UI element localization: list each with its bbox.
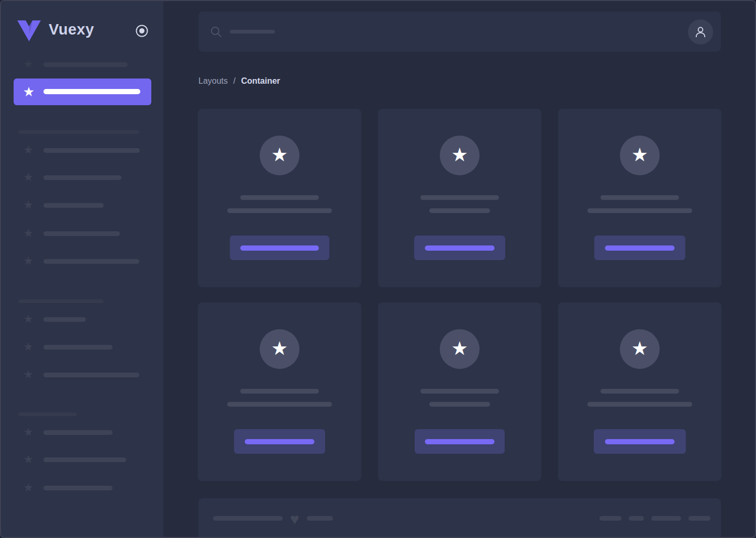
sidebar-section-header-skeleton: [18, 412, 77, 416]
card-button-label-skeleton: [425, 245, 495, 251]
breadcrumb: Layouts / Container: [198, 76, 280, 86]
card-avatar-circle: ★: [620, 329, 660, 369]
sidebar-item[interactable]: ★: [1, 450, 163, 469]
skeleton-card: ★: [558, 109, 721, 287]
sidebar-item-label-skeleton: [43, 62, 128, 67]
footer-text-skeleton: [213, 516, 283, 521]
star-icon: ★: [21, 425, 35, 439]
sidebar-section-header-skeleton: [18, 130, 139, 134]
sidebar-item-active[interactable]: ★: [14, 79, 151, 105]
card-title-skeleton: [240, 195, 319, 200]
footer-link-skeleton: [599, 516, 621, 521]
footer-text-skeleton: [307, 516, 333, 521]
sidebar-item[interactable]: ★: [1, 252, 163, 271]
skeleton-card: ★: [378, 109, 541, 287]
sidebar-item[interactable]: ★: [1, 224, 163, 243]
sidebar-item-label-skeleton: [43, 89, 140, 94]
card-button-label-skeleton: [245, 439, 315, 444]
star-icon: ★: [271, 145, 288, 166]
cards-grid: ★★★★★★: [198, 109, 721, 481]
card-avatar-circle: ★: [440, 329, 480, 369]
sidebar-item[interactable]: ★: [1, 55, 163, 74]
sidebar-item-label-skeleton: [43, 231, 120, 236]
footer: ♥: [198, 498, 721, 538]
breadcrumb-current: Container: [241, 76, 280, 85]
star-icon: ★: [22, 85, 36, 98]
card-button-label-skeleton: [425, 439, 495, 444]
sidebar-item-label-skeleton: [43, 373, 139, 377]
card-text-skeleton: [587, 208, 692, 213]
sidebar-item[interactable]: ★: [1, 310, 163, 329]
star-icon: ★: [21, 227, 35, 240]
star-icon: ★: [21, 481, 35, 495]
footer-left: ♥: [213, 516, 333, 521]
breadcrumb-link-layouts[interactable]: Layouts: [198, 76, 228, 85]
sidebar-item-label-skeleton: [43, 457, 126, 462]
card-avatar-circle: ★: [620, 136, 660, 175]
star-icon: ★: [21, 58, 35, 71]
footer-right: [599, 516, 710, 521]
footer-link-skeleton: [629, 516, 644, 521]
record-circle-icon[interactable]: [135, 24, 149, 38]
card-text-skeleton: [587, 402, 692, 407]
card-button-label-skeleton: [240, 245, 319, 251]
card-title-skeleton: [601, 389, 679, 394]
card-avatar-circle: ★: [260, 329, 299, 369]
star-icon: ★: [21, 340, 35, 354]
star-icon: ★: [21, 254, 35, 268]
card-avatar-circle: ★: [260, 136, 299, 175]
sidebar-item[interactable]: ★: [1, 168, 163, 187]
star-icon: ★: [451, 339, 468, 360]
star-icon: ★: [451, 145, 468, 166]
footer-link-skeleton: [688, 516, 710, 521]
sidebar-item[interactable]: ★: [1, 196, 163, 215]
sidebar: Vuexy ★★★★★★★★★★★★★: [1, 1, 163, 537]
card-button-label-skeleton: [605, 245, 675, 251]
vuexy-logo-icon: [17, 20, 41, 41]
sidebar-item-label-skeleton: [43, 203, 104, 208]
card-title-skeleton: [240, 389, 319, 394]
sidebar-item-label-skeleton: [43, 317, 86, 322]
card-text-skeleton: [227, 208, 332, 213]
search-placeholder-skeleton: [230, 30, 275, 33]
search-icon: [210, 26, 223, 38]
card-title-skeleton: [420, 195, 499, 200]
star-icon: ★: [21, 198, 35, 212]
star-icon: ★: [21, 171, 35, 184]
breadcrumb-separator: /: [234, 76, 236, 85]
skeleton-card: ★: [198, 302, 361, 481]
sidebar-item[interactable]: ★: [1, 338, 163, 356]
sidebar-item-label-skeleton: [43, 486, 113, 490]
star-icon: ★: [271, 339, 288, 360]
sidebar-item-label-skeleton: [43, 430, 113, 435]
card-title-skeleton: [601, 195, 679, 200]
star-icon: ★: [21, 368, 35, 382]
star-icon: ★: [21, 143, 35, 157]
sidebar-item-label-skeleton: [43, 148, 140, 153]
brand-name: Vuexy: [49, 21, 94, 38]
sidebar-item[interactable]: ★: [1, 423, 163, 442]
star-icon: ★: [631, 339, 648, 360]
sidebar-item[interactable]: ★: [1, 141, 163, 160]
card-title-skeleton: [420, 389, 499, 394]
skeleton-card: ★: [378, 302, 541, 481]
card-button-label-skeleton: [605, 439, 675, 444]
card-text-skeleton: [227, 402, 332, 407]
card-text-skeleton: [429, 208, 490, 213]
search-bar[interactable]: [198, 12, 721, 52]
star-icon: ★: [631, 145, 648, 166]
star-icon: ★: [21, 453, 35, 466]
user-icon: [694, 25, 707, 39]
user-avatar-button[interactable]: [688, 19, 713, 44]
skeleton-card: ★: [198, 109, 361, 287]
sidebar-item[interactable]: ★: [1, 478, 163, 497]
sidebar-item-label-skeleton: [43, 345, 113, 350]
star-icon: ★: [21, 312, 35, 326]
footer-link-skeleton: [651, 516, 681, 521]
sidebar-item[interactable]: ★: [1, 365, 163, 384]
card-text-skeleton: [429, 402, 490, 407]
skeleton-card: ★: [558, 302, 721, 481]
app-window: Vuexy ★★★★★★★★★★★★★ Layouts / Contain: [0, 0, 756, 538]
sidebar-section-header-skeleton: [18, 299, 104, 303]
sidebar-item-label-skeleton: [43, 175, 121, 180]
